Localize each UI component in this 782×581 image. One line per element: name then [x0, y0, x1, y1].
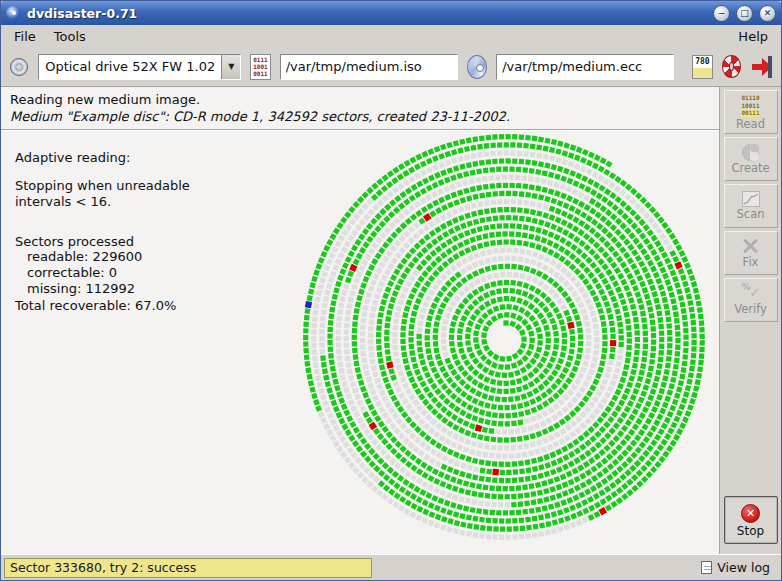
left-column: Reading new medium image. Medium "Exampl…: [1, 87, 719, 554]
binary-row: 01110: [741, 94, 759, 102]
disc-sector-spiral-visualization: [297, 130, 715, 548]
verify-check-icon: %✓: [742, 284, 760, 302]
scan-button-label: Scan: [737, 209, 765, 221]
create-ecc-icon: [742, 144, 759, 161]
close-button[interactable]: ✕: [759, 5, 776, 22]
chevron-down-icon[interactable]: ▼: [221, 55, 240, 79]
view-log-button[interactable]: View log: [697, 560, 778, 575]
fix-button[interactable]: Fix: [724, 231, 778, 275]
stop-button-label: Stop: [737, 525, 764, 537]
create-button[interactable]: Create: [724, 137, 778, 181]
stop-x-icon: ✕: [741, 504, 760, 523]
view-log-label: View log: [717, 560, 770, 575]
preferences-icon-text: 780: [695, 58, 709, 66]
menu-file[interactable]: File: [5, 27, 45, 46]
menubar: File Tools Help: [1, 25, 781, 47]
action-sidebar: 01110 10011 00111 Read Create Scan Fix: [719, 87, 781, 554]
correctable-count: correctable: 0: [15, 265, 190, 281]
stop-button[interactable]: ✕ Stop: [724, 496, 778, 544]
read-button[interactable]: 01110 10011 00111 Read: [724, 90, 778, 134]
ecc-file-icon: [467, 55, 487, 79]
toolbar: Optical drive 52X FW 1.02 ▼ 0111 1001 00…: [1, 47, 781, 87]
window-controls: − □ ✕: [713, 5, 776, 22]
fix-tools-icon: [742, 237, 760, 255]
drive-select-combo[interactable]: Optical drive 52X FW 1.02 ▼: [38, 54, 241, 80]
verify-button[interactable]: %✓ Verify: [724, 278, 778, 322]
minimize-button[interactable]: −: [713, 5, 730, 22]
sectors-processed-heading: Sectors processed: [15, 234, 190, 250]
quit-button[interactable]: [750, 55, 773, 79]
adaptive-reading-info: Adaptive reading: Stopping when unreadab…: [15, 150, 190, 314]
binary-row: 0111: [253, 57, 267, 63]
verify-button-label: Verify: [734, 304, 767, 316]
operation-status-area: Reading new medium image. Medium "Exampl…: [1, 87, 719, 130]
statusbar: Sector 333680, try 2: success View log: [1, 554, 781, 580]
preferences-button[interactable]: 780: [692, 55, 712, 79]
binary-row: 0011: [253, 71, 267, 77]
content-row: Reading new medium image. Medium "Exampl…: [1, 87, 781, 554]
adaptive-reading-heading: Adaptive reading:: [15, 150, 190, 166]
app-window: dvdisaster-0.71 − □ ✕ File Tools Help Op…: [0, 0, 782, 581]
reading-panel: Adaptive reading: Stopping when unreadab…: [1, 130, 719, 554]
window-title: dvdisaster-0.71: [27, 6, 707, 21]
app-logo-icon: [6, 6, 21, 21]
read-button-label: Read: [736, 119, 765, 131]
binary-row: 00111: [741, 109, 759, 117]
drive-icon: [9, 56, 29, 78]
menu-tools[interactable]: Tools: [45, 27, 95, 46]
stopping-line-2: intervals < 16.: [15, 194, 190, 210]
readable-count: readable: 229600: [15, 249, 190, 265]
cd-disc-icon: [10, 58, 28, 76]
titlebar[interactable]: dvdisaster-0.71 − □ ✕: [1, 1, 781, 25]
help-lifebuoy-icon[interactable]: [722, 55, 742, 78]
status-line-1: Reading new medium image.: [10, 92, 710, 107]
fix-button-label: Fix: [743, 257, 759, 269]
read-binary-icon: 01110 10011 00111: [741, 94, 759, 117]
log-document-icon: [701, 561, 712, 574]
missing-count: missing: 112992: [15, 281, 190, 297]
medium-info-line: Medium "Example disc": CD-R mode 1, 3425…: [10, 109, 710, 124]
binary-row: 1001: [253, 64, 267, 70]
status-message: Sector 333680, try 2: success: [4, 558, 372, 578]
menu-help[interactable]: Help: [729, 27, 777, 46]
iso-path-input[interactable]: [280, 54, 458, 80]
create-button-label: Create: [731, 163, 769, 175]
total-recoverable: Total recoverable: 67.0%: [15, 298, 190, 314]
quit-door-icon: [768, 56, 772, 78]
quit-arrow-icon: [752, 64, 762, 70]
maximize-button[interactable]: □: [736, 5, 753, 22]
drive-select-value: Optical drive 52X FW 1.02: [39, 59, 221, 74]
iso-image-file-icon: 0111 1001 0011: [250, 54, 270, 80]
ecc-path-input[interactable]: [496, 54, 674, 80]
scan-chart-icon: [742, 191, 760, 207]
scan-button[interactable]: Scan: [724, 184, 778, 228]
binary-row: 10011: [741, 102, 759, 110]
stopping-line-1: Stopping when unreadable: [15, 178, 190, 194]
